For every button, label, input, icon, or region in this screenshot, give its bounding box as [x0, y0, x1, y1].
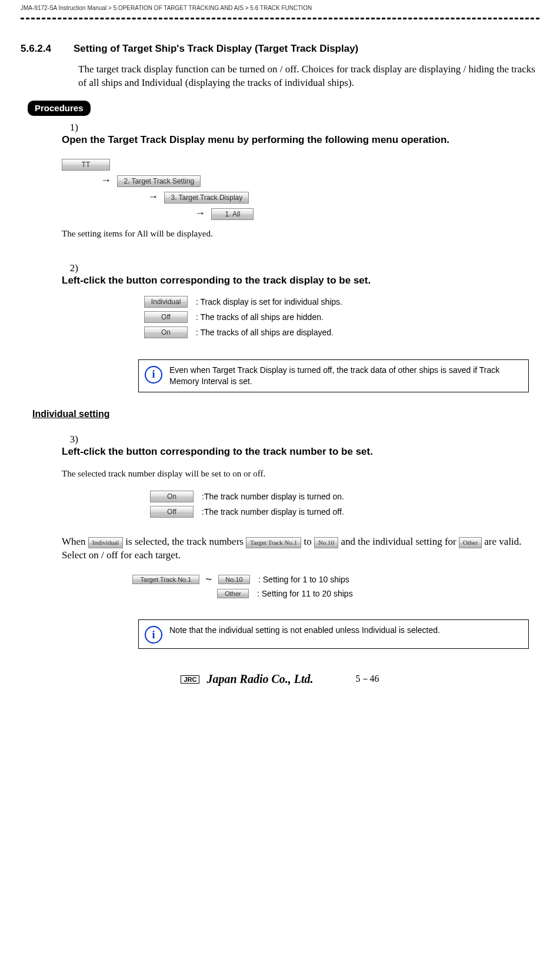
inline-btn-no10[interactable]: No.10 [314, 537, 338, 548]
option-desc: :The track number display is turned off. [202, 507, 344, 517]
menu-btn-all[interactable]: 1. All [211, 208, 254, 220]
inline-btn-individual[interactable]: Individual [88, 537, 123, 548]
section-number: 5.6.2.4 [21, 43, 74, 55]
info-icon: i [145, 366, 162, 384]
menu-btn-target-track-setting[interactable]: 2. Target Track Setting [117, 175, 201, 187]
intro-paragraph: The target track display function can be… [78, 63, 539, 90]
option-btn-off[interactable]: Off [144, 311, 188, 323]
step3-note: The selected track number display will b… [62, 469, 526, 479]
step2-title: Left-click the button corresponding to t… [62, 274, 526, 288]
breadcrumb: JMA-9172-SA Instruction Manual > 5.OPERA… [21, 0, 539, 16]
footer: JRC Japan Radio Co., Ltd. 5－46 [21, 672, 539, 693]
step2-number: 2) [55, 262, 78, 274]
company-name: Japan Radio Co., Ltd. [206, 672, 313, 686]
jrc-logo: JRC [181, 675, 199, 684]
tilde: ～ [204, 573, 214, 585]
step1-note: The setting items for All will be displa… [62, 229, 526, 239]
inline-btn-target-track-no1[interactable]: Target Track No.1 [246, 537, 301, 548]
range-btn-no10[interactable]: No.10 [218, 575, 250, 584]
menu-btn-target-track-display[interactable]: 3. Target Track Display [164, 192, 249, 204]
option-desc: : Track display is set for individual sh… [196, 297, 342, 306]
inline-btn-other[interactable]: Other [459, 537, 482, 548]
range-btn-no1[interactable]: Target Track No.1 [132, 575, 199, 584]
step3-number: 3) [55, 434, 78, 445]
section-heading: 5.6.2.4Setting of Target Ship's Track Di… [21, 43, 539, 55]
info-text: Even when Target Track Display is turned… [169, 365, 521, 387]
arrow-icon: → [148, 191, 158, 202]
range-btn-other[interactable]: Other [217, 589, 249, 598]
info-icon: i [145, 626, 162, 644]
option-desc: : The tracks of all ships are displayed. [196, 328, 334, 337]
range-desc: : Setting for 1 to 10 ships [258, 575, 349, 584]
range-desc: : Setting for 11 to 20 ships [257, 589, 353, 598]
option-desc: : The tracks of all ships are hidden. [196, 312, 324, 322]
arrow-icon: → [101, 174, 111, 186]
option-btn-individual[interactable]: Individual [144, 296, 188, 308]
info-box: i Note that the individual setting is no… [138, 619, 529, 649]
individual-setting-heading: Individual setting [32, 409, 539, 419]
option-btn-on[interactable]: On [144, 326, 188, 338]
step3-title: Left-click the button corresponding to t… [62, 445, 526, 459]
option-btn-off[interactable]: Off [150, 506, 194, 518]
info-text: Note that the individual setting is not … [169, 625, 440, 636]
option-btn-on[interactable]: On [150, 491, 194, 502]
step1-number: 1) [55, 122, 78, 134]
menu-btn-tt[interactable]: TT [62, 159, 110, 171]
section-title: Setting of Target Ship's Track Display (… [74, 43, 358, 54]
step1-title: Open the Target Track Display menu by pe… [62, 134, 526, 147]
divider [21, 18, 539, 19]
page-number: 5－46 [356, 673, 379, 685]
arrow-icon: → [195, 207, 205, 219]
when-paragraph: When Individual is selected, the track n… [62, 535, 526, 562]
option-desc: :The track number display is turned on. [202, 492, 344, 501]
info-box: i Even when Target Track Display is turn… [138, 359, 529, 392]
menu-path: TT → 2. Target Track Setting → 3. Target… [62, 159, 526, 220]
procedures-badge: Procedures [28, 101, 91, 116]
